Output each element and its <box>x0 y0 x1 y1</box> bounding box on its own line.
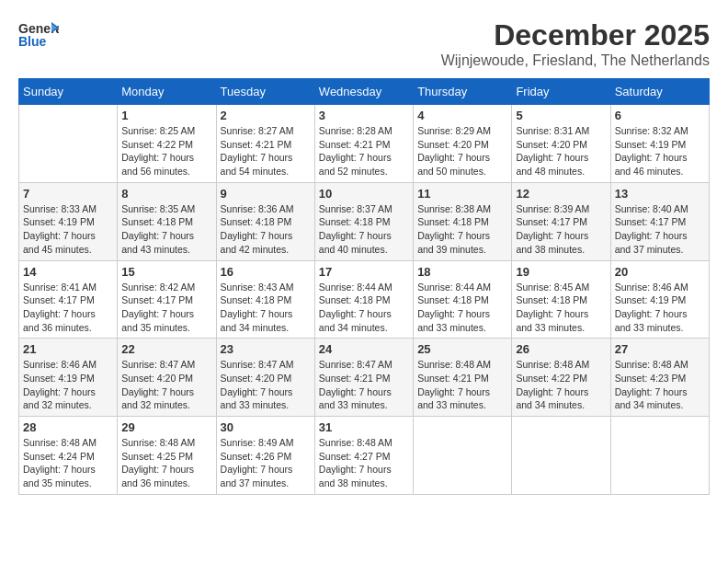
day-number: 14 <box>23 265 113 279</box>
day-number: 25 <box>417 342 507 356</box>
calendar-cell: 25Sunrise: 8:48 AM Sunset: 4:21 PM Dayli… <box>414 339 512 417</box>
day-number: 13 <box>615 187 705 201</box>
calendar-cell: 2Sunrise: 8:27 AM Sunset: 4:21 PM Daylig… <box>216 105 314 183</box>
day-number: 30 <box>221 420 311 434</box>
day-info: Sunrise: 8:40 AM Sunset: 4:17 PM Dayligh… <box>615 202 705 257</box>
weekday-header: Monday <box>118 79 216 105</box>
calendar-cell: 18Sunrise: 8:44 AM Sunset: 4:18 PM Dayli… <box>414 260 512 339</box>
day-info: Sunrise: 8:41 AM Sunset: 4:17 PM Dayligh… <box>23 281 113 335</box>
calendar-cell: 3Sunrise: 8:28 AM Sunset: 4:21 PM Daylig… <box>314 105 413 183</box>
day-number: 19 <box>516 265 606 279</box>
weekday-header: Wednesday <box>314 79 413 105</box>
calendar-cell: 11Sunrise: 8:38 AM Sunset: 4:18 PM Dayli… <box>414 182 512 260</box>
month-title: December 2025 <box>441 18 710 52</box>
day-number: 22 <box>121 342 211 356</box>
day-number: 17 <box>319 265 409 279</box>
day-number: 15 <box>121 265 211 279</box>
location: Wijnjewoude, Friesland, The Netherlands <box>441 52 710 69</box>
day-number: 20 <box>615 265 705 279</box>
calendar-cell: 22Sunrise: 8:47 AM Sunset: 4:20 PM Dayli… <box>118 339 216 417</box>
day-info: Sunrise: 8:45 AM Sunset: 4:18 PM Dayligh… <box>516 281 606 335</box>
calendar-cell: 5Sunrise: 8:31 AM Sunset: 4:20 PM Daylig… <box>512 105 610 183</box>
day-info: Sunrise: 8:31 AM Sunset: 4:20 PM Dayligh… <box>516 124 606 178</box>
day-number: 24 <box>319 342 409 356</box>
calendar-cell: 20Sunrise: 8:46 AM Sunset: 4:19 PM Dayli… <box>610 260 709 339</box>
calendar-cell <box>512 417 610 495</box>
calendar-cell: 12Sunrise: 8:39 AM Sunset: 4:17 PM Dayli… <box>512 182 610 260</box>
calendar-cell: 23Sunrise: 8:47 AM Sunset: 4:20 PM Dayli… <box>216 339 314 417</box>
day-info: Sunrise: 8:43 AM Sunset: 4:18 PM Dayligh… <box>221 281 311 335</box>
day-number: 11 <box>417 187 507 201</box>
calendar-cell: 15Sunrise: 8:42 AM Sunset: 4:17 PM Dayli… <box>118 260 216 339</box>
calendar-cell: 6Sunrise: 8:32 AM Sunset: 4:19 PM Daylig… <box>610 105 709 183</box>
day-info: Sunrise: 8:29 AM Sunset: 4:20 PM Dayligh… <box>417 124 507 178</box>
day-number: 18 <box>417 265 507 279</box>
day-info: Sunrise: 8:47 AM Sunset: 4:20 PM Dayligh… <box>121 358 211 412</box>
calendar-week-row: 7Sunrise: 8:33 AM Sunset: 4:19 PM Daylig… <box>19 182 710 260</box>
calendar-week-row: 1Sunrise: 8:25 AM Sunset: 4:22 PM Daylig… <box>19 105 710 183</box>
day-number: 1 <box>121 109 211 122</box>
day-info: Sunrise: 8:27 AM Sunset: 4:21 PM Dayligh… <box>221 124 311 178</box>
logo-icon: General Blue <box>18 18 59 52</box>
day-info: Sunrise: 8:37 AM Sunset: 4:18 PM Dayligh… <box>319 202 409 257</box>
day-number: 9 <box>221 187 311 201</box>
calendar-cell: 24Sunrise: 8:47 AM Sunset: 4:21 PM Dayli… <box>314 339 413 417</box>
calendar-cell: 9Sunrise: 8:36 AM Sunset: 4:18 PM Daylig… <box>216 182 314 260</box>
calendar-cell: 30Sunrise: 8:49 AM Sunset: 4:26 PM Dayli… <box>216 417 314 495</box>
calendar-table: SundayMondayTuesdayWednesdayThursdayFrid… <box>18 78 710 495</box>
calendar-header-row: SundayMondayTuesdayWednesdayThursdayFrid… <box>19 79 710 105</box>
day-info: Sunrise: 8:48 AM Sunset: 4:21 PM Dayligh… <box>417 358 507 412</box>
calendar-cell: 31Sunrise: 8:48 AM Sunset: 4:27 PM Dayli… <box>314 417 413 495</box>
day-info: Sunrise: 8:48 AM Sunset: 4:23 PM Dayligh… <box>615 358 705 412</box>
weekday-header: Friday <box>512 79 610 105</box>
day-number: 28 <box>23 420 113 434</box>
day-info: Sunrise: 8:28 AM Sunset: 4:21 PM Dayligh… <box>319 124 409 178</box>
calendar-cell: 19Sunrise: 8:45 AM Sunset: 4:18 PM Dayli… <box>512 260 610 339</box>
day-number: 10 <box>319 187 409 201</box>
day-info: Sunrise: 8:39 AM Sunset: 4:17 PM Dayligh… <box>516 202 606 257</box>
day-number: 27 <box>615 342 705 356</box>
calendar-cell: 27Sunrise: 8:48 AM Sunset: 4:23 PM Dayli… <box>610 339 709 417</box>
day-number: 21 <box>23 342 113 356</box>
day-info: Sunrise: 8:42 AM Sunset: 4:17 PM Dayligh… <box>121 281 211 335</box>
weekday-header: Tuesday <box>216 79 314 105</box>
svg-text:Blue: Blue <box>18 34 47 49</box>
logo: General Blue <box>18 18 59 52</box>
day-number: 4 <box>417 109 507 122</box>
calendar-cell: 13Sunrise: 8:40 AM Sunset: 4:17 PM Dayli… <box>610 182 709 260</box>
calendar-cell: 1Sunrise: 8:25 AM Sunset: 4:22 PM Daylig… <box>118 105 216 183</box>
calendar-week-row: 21Sunrise: 8:46 AM Sunset: 4:19 PM Dayli… <box>19 339 710 417</box>
day-info: Sunrise: 8:46 AM Sunset: 4:19 PM Dayligh… <box>615 281 705 335</box>
day-info: Sunrise: 8:48 AM Sunset: 4:25 PM Dayligh… <box>121 436 211 490</box>
day-info: Sunrise: 8:32 AM Sunset: 4:19 PM Dayligh… <box>615 124 705 178</box>
calendar-cell: 28Sunrise: 8:48 AM Sunset: 4:24 PM Dayli… <box>19 417 118 495</box>
day-info: Sunrise: 8:25 AM Sunset: 4:22 PM Dayligh… <box>121 124 211 178</box>
day-info: Sunrise: 8:48 AM Sunset: 4:24 PM Dayligh… <box>23 436 113 490</box>
day-info: Sunrise: 8:46 AM Sunset: 4:19 PM Dayligh… <box>23 358 113 412</box>
day-info: Sunrise: 8:48 AM Sunset: 4:27 PM Dayligh… <box>319 436 409 490</box>
day-info: Sunrise: 8:49 AM Sunset: 4:26 PM Dayligh… <box>221 436 311 490</box>
day-number: 16 <box>221 265 311 279</box>
day-number: 3 <box>319 109 409 122</box>
day-number: 26 <box>516 342 606 356</box>
day-number: 6 <box>615 109 705 122</box>
day-number: 8 <box>121 187 211 201</box>
day-number: 12 <box>516 187 606 201</box>
day-info: Sunrise: 8:35 AM Sunset: 4:18 PM Dayligh… <box>121 202 211 257</box>
weekday-header: Sunday <box>19 79 118 105</box>
calendar-cell: 4Sunrise: 8:29 AM Sunset: 4:20 PM Daylig… <box>414 105 512 183</box>
day-info: Sunrise: 8:48 AM Sunset: 4:22 PM Dayligh… <box>516 358 606 412</box>
day-info: Sunrise: 8:47 AM Sunset: 4:21 PM Dayligh… <box>319 358 409 412</box>
day-info: Sunrise: 8:33 AM Sunset: 4:19 PM Dayligh… <box>23 202 113 257</box>
calendar-cell: 8Sunrise: 8:35 AM Sunset: 4:18 PM Daylig… <box>118 182 216 260</box>
calendar-cell: 14Sunrise: 8:41 AM Sunset: 4:17 PM Dayli… <box>19 260 118 339</box>
day-number: 31 <box>319 420 409 434</box>
day-number: 7 <box>23 187 113 201</box>
day-info: Sunrise: 8:38 AM Sunset: 4:18 PM Dayligh… <box>417 202 507 257</box>
day-number: 2 <box>221 109 311 122</box>
calendar-cell <box>19 105 118 183</box>
calendar-cell: 21Sunrise: 8:46 AM Sunset: 4:19 PM Dayli… <box>19 339 118 417</box>
calendar-cell: 29Sunrise: 8:48 AM Sunset: 4:25 PM Dayli… <box>118 417 216 495</box>
day-number: 23 <box>221 342 311 356</box>
day-info: Sunrise: 8:47 AM Sunset: 4:20 PM Dayligh… <box>221 358 311 412</box>
